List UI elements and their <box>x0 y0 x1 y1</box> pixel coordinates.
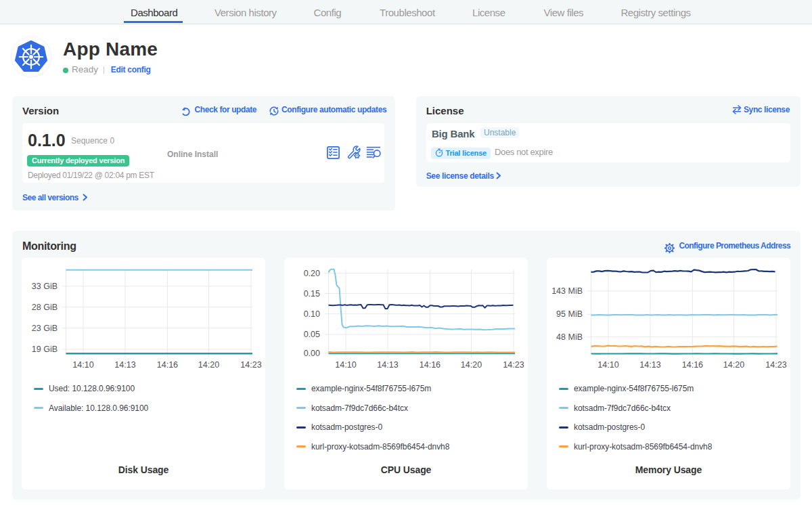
svg-text:14:16: 14:16 <box>682 359 703 369</box>
svg-text:14:23: 14:23 <box>240 359 261 369</box>
svg-text:14:10: 14:10 <box>335 359 356 369</box>
svg-text:0.05: 0.05 <box>304 330 320 339</box>
svg-text:48 MiB: 48 MiB <box>556 332 583 341</box>
svg-text:28 GiB: 28 GiB <box>32 302 58 311</box>
svg-text:0.20: 0.20 <box>304 268 320 278</box>
svg-text:33 GiB: 33 GiB <box>32 281 58 290</box>
svg-text:14:13: 14:13 <box>639 359 660 369</box>
svg-text:14:20: 14:20 <box>723 359 744 369</box>
svg-text:19 GiB: 19 GiB <box>32 345 58 354</box>
svg-text:143 MiB: 143 MiB <box>551 286 583 295</box>
svg-text:14:16: 14:16 <box>420 359 441 369</box>
svg-text:14:10: 14:10 <box>72 359 93 369</box>
svg-text:0.00: 0.00 <box>304 348 320 357</box>
svg-text:0.10: 0.10 <box>304 309 320 318</box>
svg-text:14:10: 14:10 <box>597 359 618 369</box>
svg-text:14:13: 14:13 <box>114 359 135 369</box>
svg-text:14:20: 14:20 <box>198 359 219 369</box>
svg-text:14:13: 14:13 <box>377 359 398 369</box>
svg-text:0.15: 0.15 <box>304 288 320 298</box>
svg-text:14:23: 14:23 <box>503 359 524 369</box>
svg-text:23 GiB: 23 GiB <box>32 323 58 332</box>
svg-text:95 MiB: 95 MiB <box>556 309 583 319</box>
svg-text:14:23: 14:23 <box>765 359 786 369</box>
svg-text:14:20: 14:20 <box>461 359 482 369</box>
svg-text:14:16: 14:16 <box>157 359 178 369</box>
